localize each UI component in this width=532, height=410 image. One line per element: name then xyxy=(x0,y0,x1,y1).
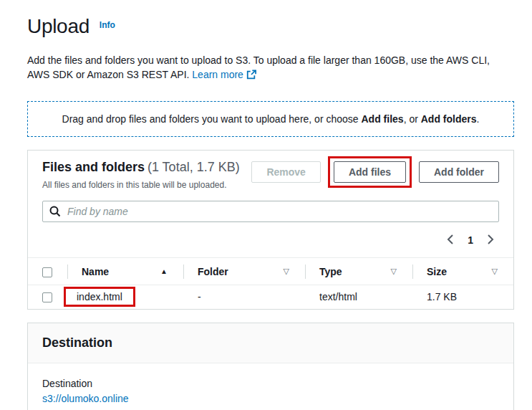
files-panel-title: Files and folders xyxy=(42,160,145,174)
destination-panel-title: Destination xyxy=(28,323,513,363)
pagination: 1 xyxy=(42,231,499,249)
column-header-folder[interactable]: Folder▽ xyxy=(183,258,305,285)
destination-panel-body: Destination s3://olumoko.online xyxy=(28,363,513,410)
file-name: index.html xyxy=(77,291,122,302)
description-text: Add the files and folders you want to up… xyxy=(27,54,490,80)
files-panel-subtitle: All files and folders in this table will… xyxy=(42,180,240,190)
files-count-summary: (1 Total, 1.7 KB) xyxy=(147,160,240,174)
files-table: Name▲ Folder▽ Type▽ Size▽ xyxy=(28,257,513,309)
page-description: Add the files and folders you want to up… xyxy=(27,53,503,83)
file-folder-cell: - xyxy=(183,285,305,309)
learn-more-link[interactable]: Learn more xyxy=(192,69,243,80)
dropzone-text: Drag and drop files and folders you want… xyxy=(62,113,480,125)
annotation-box-add-files: Add files xyxy=(328,156,412,188)
files-and-folders-panel: Files and folders (1 Total, 1.7 KB) All … xyxy=(27,150,514,310)
remove-button[interactable]: Remove xyxy=(251,161,320,183)
annotation-box-index-html: index.html xyxy=(64,287,135,307)
search-bar xyxy=(42,201,499,222)
next-page-button[interactable] xyxy=(482,231,499,250)
table-header-row: Name▲ Folder▽ Type▽ Size▽ xyxy=(28,258,513,285)
sort-down-icon: ▽ xyxy=(284,267,289,276)
row-select-cell xyxy=(28,285,67,309)
column-header-size[interactable]: Size▽ xyxy=(412,258,513,285)
external-link-icon xyxy=(246,69,256,83)
file-name-cell: index.html xyxy=(67,285,183,309)
chevron-right-icon xyxy=(486,234,495,247)
dropzone-add-files-text: Add files xyxy=(362,113,404,125)
column-header-name[interactable]: Name▲ xyxy=(67,258,183,285)
destination-bucket-link[interactable]: s3://olumoko.online xyxy=(42,393,129,404)
add-files-button[interactable]: Add files xyxy=(334,161,406,183)
page-header: Upload Info xyxy=(27,13,514,42)
column-header-type[interactable]: Type▽ xyxy=(305,258,412,285)
chevron-left-icon xyxy=(446,234,455,247)
files-panel-header: Files and folders (1 Total, 1.7 KB) All … xyxy=(42,160,499,190)
row-checkbox[interactable] xyxy=(42,292,52,302)
drag-drop-zone[interactable]: Drag and drop files and folders you want… xyxy=(27,101,514,137)
dropzone-add-folders-text: Add folders xyxy=(421,113,477,125)
page-title: Upload xyxy=(27,15,90,37)
previous-page-button[interactable] xyxy=(442,231,459,250)
sort-down-icon: ▽ xyxy=(492,267,498,276)
select-all-header xyxy=(28,258,67,285)
files-panel-actions: Remove Add files Add folder xyxy=(251,156,499,188)
page-number[interactable]: 1 xyxy=(465,234,476,246)
sort-down-icon: ▽ xyxy=(391,267,397,276)
file-size-cell: 1.7 KB xyxy=(412,285,513,309)
destination-panel: Destination Destination s3://olumoko.onl… xyxy=(27,323,514,410)
sort-ascending-icon: ▲ xyxy=(160,267,168,275)
files-panel-titles: Files and folders (1 Total, 1.7 KB) All … xyxy=(42,160,240,190)
search-input[interactable] xyxy=(42,201,499,222)
info-link[interactable]: Info xyxy=(100,20,115,30)
file-type-cell: text/html xyxy=(305,285,412,309)
destination-label: Destination xyxy=(42,378,499,389)
select-all-checkbox[interactable] xyxy=(42,267,52,277)
upload-page: Upload Info Add the files and folders yo… xyxy=(0,0,532,410)
table-row: index.html - text/html 1.7 KB xyxy=(28,285,513,309)
add-folder-button[interactable]: Add folder xyxy=(419,161,499,183)
